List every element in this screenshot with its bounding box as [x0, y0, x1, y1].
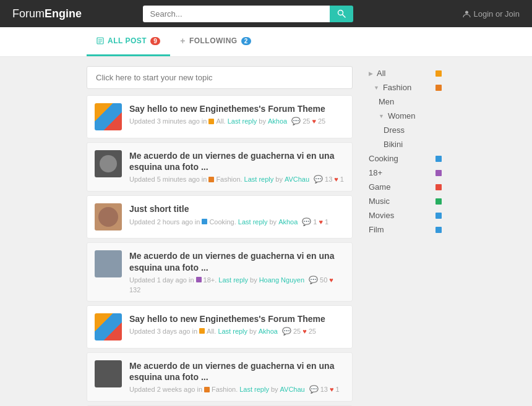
post-title[interactable]: Say hello to new Enginethemes's Forum Th… — [129, 103, 345, 114]
sidebar-item-all[interactable]: ▶All — [365, 66, 445, 80]
comment-icon: 💬 — [291, 117, 301, 125]
sidebar-item-men[interactable]: Men — [365, 95, 445, 109]
post-author: Akhoa — [259, 328, 278, 335]
last-reply-label: Last reply — [228, 117, 257, 125]
sidebar-item-cooking[interactable]: Cooking — [365, 151, 445, 166]
sidebar-item-fashion[interactable]: ▼Fashion — [365, 80, 445, 95]
sidebar-cat-dot — [435, 184, 442, 190]
post-category: Cooking. — [209, 218, 236, 226]
post-meta-by: by — [250, 276, 257, 284]
heart-icon: ♥ — [330, 386, 334, 393]
heart-icon: ♥ — [302, 328, 307, 335]
search-input[interactable] — [143, 6, 330, 22]
tabbar: ALL POST 9 + FOLLOWING 2 — [0, 27, 532, 57]
avatar — [95, 250, 122, 277]
post-item[interactable]: Me acuerdo de un viernes de guacherna vi… — [87, 142, 353, 192]
post-content: Me acuerdo de un viernes de guacherna vi… — [129, 360, 345, 394]
post-content: Say hello to new Enginethemes's Forum Th… — [129, 103, 345, 125]
post-meta-time: Updated 2 weeks ago in — [129, 386, 202, 393]
like-count: 25 — [318, 117, 325, 125]
post-content: Me acuerdo de un viernes de guacherna vi… — [129, 250, 345, 293]
sidebar-category-label: Game — [369, 182, 390, 192]
post-title[interactable]: Me acuerdo de un viernes de guacherna vi… — [129, 360, 345, 383]
sidebar-item-game[interactable]: Game — [365, 180, 445, 194]
comment-count: 25 — [293, 328, 301, 335]
post-title[interactable]: Just short title — [129, 203, 345, 214]
tab-all-post[interactable]: ALL POST 9 — [87, 27, 170, 56]
category-dot — [204, 387, 210, 392]
comment-icon: 💬 — [309, 276, 318, 284]
logo-bold: Engine — [45, 7, 82, 20]
post-item[interactable]: Just short title Updated 2 hours ago in … — [87, 195, 353, 239]
user-icon — [463, 10, 471, 18]
sidebar-arrow-icon: ▼ — [379, 113, 384, 119]
post-title[interactable]: Me acuerdo de un viernes de guacherna vi… — [129, 250, 345, 273]
sidebar-category-label: Cooking — [369, 154, 398, 163]
svg-line-1 — [342, 15, 345, 18]
post-meta: Updated 2 weeks ago in Fashion. Last rep… — [129, 385, 345, 394]
main-layout: Say hello to new Enginethemes's Forum Th… — [0, 57, 532, 406]
sidebar: ▶All▼FashionMen▼WomenDressBikiniCooking1… — [365, 66, 445, 406]
tab-following[interactable]: + FOLLOWING 2 — [170, 27, 261, 56]
post-meta-by: by — [271, 386, 278, 393]
sidebar-item-18[interactable]: 18+ — [365, 166, 445, 180]
sidebar-category-label: All — [377, 69, 385, 78]
like-count: 25 — [309, 328, 316, 335]
post-category: Fashion. — [216, 176, 242, 183]
sidebar-arrow-icon: ▶ — [369, 70, 373, 77]
search-button[interactable] — [330, 6, 353, 22]
heart-icon: ♥ — [329, 276, 333, 284]
post-title[interactable]: Say hello to new Enginethemes's Forum Th… — [129, 313, 345, 324]
sidebar-cat-dot — [435, 198, 442, 205]
post-title[interactable]: Me acuerdo de un viernes de guacherna vi… — [129, 150, 345, 172]
post-item[interactable]: Me acuerdo de un viernes de guacherna vi… — [87, 352, 353, 402]
login-join-link[interactable]: Login or Join — [463, 9, 520, 19]
post-meta-time: Updated 1 day ago in — [129, 276, 194, 284]
post-content: Just short title Updated 2 hours ago in … — [129, 203, 345, 226]
sidebar-item-film[interactable]: Film — [365, 222, 445, 237]
svg-point-2 — [465, 11, 468, 14]
post-meta-by: by — [249, 328, 257, 335]
post-meta-time: Updated 5 minutes ago in — [129, 176, 207, 183]
post-meta: Updated 5 minutes ago in Fashion. Last r… — [129, 175, 345, 184]
avatar — [95, 203, 122, 230]
like-count: 1 — [325, 218, 328, 226]
sidebar-item-music[interactable]: Music — [365, 194, 445, 208]
sidebar-cat-dot — [435, 227, 442, 233]
comment-count: 13 — [320, 386, 328, 393]
edit-icon — [97, 37, 104, 44]
sidebar-cat-dot — [435, 156, 442, 162]
logo: ForumEngine — [12, 7, 82, 20]
sidebar-item-women[interactable]: ▼Women — [365, 109, 445, 123]
search-icon — [337, 9, 346, 18]
post-author: AVChau — [285, 176, 309, 183]
sidebar-cat-dot — [435, 170, 442, 176]
post-meta-by: by — [259, 117, 266, 125]
sidebar-item-bikini[interactable]: Bikini — [365, 137, 445, 151]
post-meta: Updated 3 minutes ago in All. Last reply… — [129, 117, 345, 125]
post-meta-time: Updated 3 minutes ago in — [129, 117, 207, 125]
post-meta: Updated 3 days ago in All. Last reply by… — [129, 327, 345, 336]
tab-all-post-label: ALL POST — [108, 36, 147, 45]
post-meta: Updated 1 day ago in 18+. Last reply by … — [129, 276, 345, 294]
comment-icon: 💬 — [314, 175, 323, 184]
post-category: All. — [207, 328, 216, 335]
post-author: Akhoa — [268, 117, 287, 125]
comment-icon: 💬 — [302, 218, 311, 226]
category-dot — [208, 119, 214, 124]
post-content: Me acuerdo de un viernes de guacherna vi… — [129, 150, 345, 184]
sidebar-category-label: 18+ — [369, 168, 382, 177]
posts-list: Say hello to new Enginethemes's Forum Th… — [87, 95, 353, 406]
sidebar-category-label: Fashion — [383, 83, 411, 92]
post-item[interactable]: Me acuerdo de un viernes de guacherna vi… — [87, 242, 353, 301]
sidebar-category-label: Men — [379, 97, 394, 106]
search-bar — [143, 6, 353, 22]
sidebar-item-dress[interactable]: Dress — [365, 123, 445, 137]
sidebar-item-movies[interactable]: Movies — [365, 208, 445, 222]
like-count: 1 — [336, 386, 340, 393]
new-topic-input[interactable] — [87, 66, 353, 89]
post-item[interactable]: Say hello to new Enginethemes's Forum Th… — [87, 305, 353, 349]
post-item[interactable]: Say hello to new Enginethemes's Forum Th… — [87, 95, 353, 138]
logo-light: Forum — [12, 7, 45, 20]
heart-icon: ♥ — [334, 176, 338, 183]
